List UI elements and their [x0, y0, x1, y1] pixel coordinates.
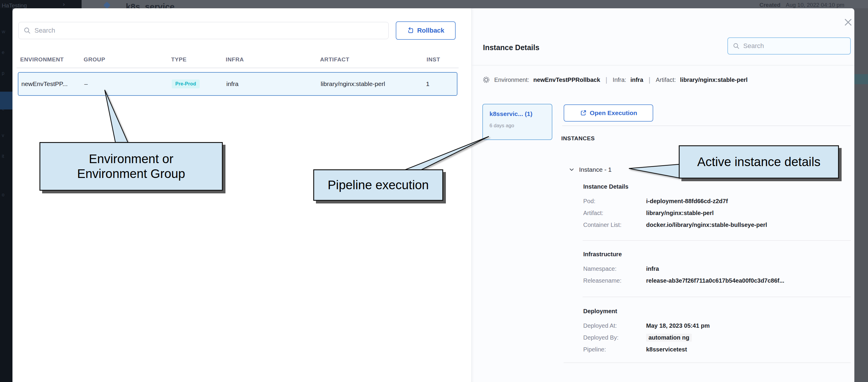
section-divider	[583, 296, 851, 297]
rollback-button[interactable]: Rollback	[396, 21, 456, 40]
detail-label: Releasename:	[583, 277, 646, 284]
col-header-inst: INST	[427, 56, 440, 63]
active-instance-callout: Active instance details	[679, 145, 839, 179]
close-icon[interactable]	[842, 17, 854, 28]
nav-fragment: it	[2, 154, 4, 159]
search-input[interactable]	[743, 42, 845, 50]
detail-row: Pod:i-deployment-88fd66cd-z2d7f	[583, 195, 853, 207]
detail-row: Namespace:infra	[583, 263, 853, 275]
detail-value: automation ng	[646, 333, 692, 342]
execution-name: k8sservic... (1)	[490, 110, 552, 118]
detail-row: Artifact:library/nginx:stable-perl	[583, 207, 853, 219]
section-heading: Infrastructure	[583, 251, 853, 263]
artifact-value: library/nginx:stable-perl	[680, 76, 748, 83]
callout-text: Pipeline execution	[328, 178, 429, 192]
search-icon	[733, 42, 740, 50]
infra-value: infra	[630, 76, 643, 83]
callout-text: Active instance details	[697, 155, 820, 169]
detail-value: i-deployment-88fd66cd-z2d7f	[646, 198, 728, 205]
col-header-group: GROUP	[84, 56, 105, 63]
nav-fragment: e	[2, 50, 4, 55]
dimmed-sidebar-sliver: w e p e v it o	[0, 8, 12, 382]
open-execution-button[interactable]: Open Execution	[564, 104, 653, 122]
instance-title: Instance - 1	[579, 166, 612, 173]
open-execution-label: Open Execution	[590, 109, 637, 117]
pre-prod-badge: Pre-Prod	[172, 79, 199, 88]
panel-title: Instance Details	[483, 43, 539, 52]
detail-label: Pipeline:	[583, 346, 646, 353]
col-header-artifact: ARTIFACT	[320, 56, 349, 63]
panel-header-divider	[472, 65, 855, 66]
nav-fragment: o	[2, 192, 4, 197]
detail-row: Deployed By:automation ng	[583, 331, 853, 344]
environment-icon	[483, 76, 490, 84]
execution-time: 6 days ago	[490, 123, 552, 129]
table-header-divider	[17, 68, 459, 68]
breadcrumb-chevron-icon: ›	[63, 1, 65, 7]
detail-row: Pipeline:k8sservicetest	[583, 344, 853, 355]
detail-label: Pod:	[583, 198, 646, 205]
detail-row: Container List:docker.io/library/nginx:s…	[583, 219, 853, 231]
detail-value: docker.io/library/nginx:stable-bullseye-…	[646, 222, 767, 228]
detail-label: Namespace:	[583, 265, 646, 272]
detail-label: Artifact:	[583, 210, 646, 217]
instance-details-section: Instance Details Pod:i-deployment-88fd66…	[583, 183, 853, 231]
rollback-icon	[407, 27, 414, 34]
created-label: Created	[760, 2, 780, 8]
deployment-section: Deployment Deployed At:May 18, 2023 05:4…	[583, 308, 853, 355]
dimmed-page-remnant	[855, 74, 868, 84]
row-inst-count: 1	[426, 81, 430, 88]
separator: |	[604, 76, 609, 84]
created-timestamp: CreatedAug 10, 2022 04:10 pm	[760, 2, 844, 8]
instances-divider	[562, 125, 851, 126]
callout-text: Environment or	[89, 152, 174, 166]
section-heading: Deployment	[583, 308, 853, 320]
search-input[interactable]	[34, 27, 383, 34]
environment-label: Environment:	[494, 76, 529, 83]
instances-search[interactable]	[727, 37, 851, 55]
dimmed-page-right	[855, 8, 868, 382]
col-header-type: TYPE	[171, 56, 187, 63]
project-name: HaTesting	[2, 2, 27, 9]
environment-value: newEnvTestPPRollback	[533, 76, 600, 83]
environment-callout: Environment or Environment Group	[39, 142, 223, 191]
search-icon	[24, 27, 31, 34]
section-divider	[564, 362, 851, 363]
row-infra: infra	[226, 81, 239, 88]
detail-row: Releasename:release-ab3e7f26f711a0c617b5…	[583, 275, 853, 286]
environments-search[interactable]	[19, 22, 389, 39]
external-link-icon	[580, 109, 587, 117]
row-group: –	[84, 81, 88, 88]
infra-label: Infra:	[613, 76, 626, 83]
detail-row: Deployed At:May 18, 2023 05:41 pm	[583, 320, 853, 331]
rollback-label: Rollback	[417, 27, 444, 34]
col-header-environment: ENVIRONMENT	[20, 56, 64, 63]
infrastructure-section: Infrastructure Namespace:infra Releasena…	[583, 251, 853, 286]
nav-fragment: v	[2, 133, 4, 138]
detail-value: infra	[646, 265, 659, 272]
section-heading: Instance Details	[583, 183, 853, 195]
screen: HaTesting › k8s_service CreatedAug 10, 2…	[0, 0, 868, 382]
pipeline-execution-callout: Pipeline execution	[313, 169, 443, 201]
row-artifact: library/nginx:stable-perl	[321, 81, 385, 88]
dimmed-sidebar-active-item	[0, 92, 12, 109]
instances-section-label: INSTANCES	[561, 135, 595, 142]
environment-row-selected[interactable]: newEnvTestPP... – Pre-Prod infra library…	[18, 72, 458, 96]
environment-summary: Environment: newEnvTestPPRollback | Infr…	[483, 74, 748, 86]
chevron-down-icon	[568, 166, 575, 173]
nav-fragment: w	[2, 29, 5, 34]
detail-label: Deployed By:	[583, 334, 646, 341]
detail-value: library/nginx:stable-perl	[646, 210, 714, 217]
instance-expander[interactable]: Instance - 1	[568, 166, 612, 173]
nav-fragment: p	[2, 71, 4, 76]
pipeline-execution-card[interactable]: k8sservic... (1) 6 days ago	[483, 104, 552, 140]
separator: |	[647, 76, 651, 84]
detail-value: May 18, 2023 05:41 pm	[646, 322, 710, 329]
col-header-infra: INFRA	[226, 56, 244, 63]
detail-label: Deployed At:	[583, 322, 646, 329]
created-value: Aug 10, 2022 04:10 pm	[786, 2, 844, 8]
detail-value: k8sservicetest	[646, 346, 687, 353]
detail-label: Container List:	[583, 222, 646, 228]
section-divider	[583, 240, 851, 241]
callout-text: Environment Group	[77, 166, 185, 181]
